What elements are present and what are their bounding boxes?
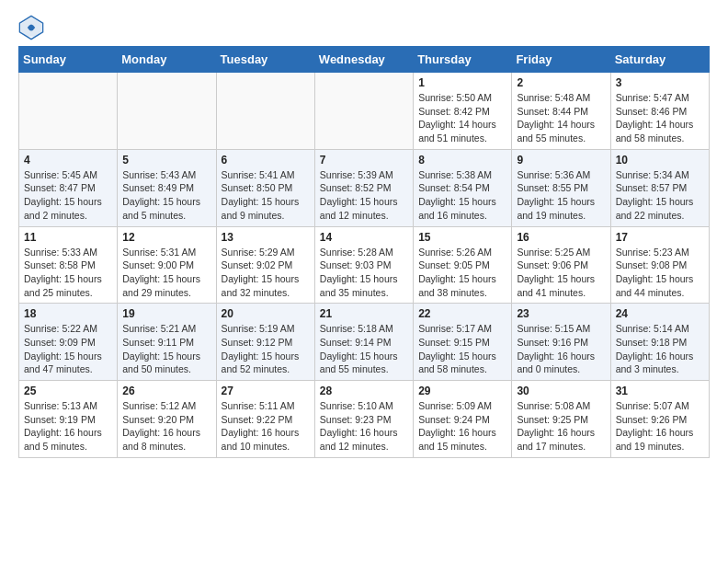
day-number: 18 [24,307,112,320]
calendar-cell [19,73,118,150]
logo [18,15,48,40]
calendar-cell: 29Sunrise: 5:09 AMSunset: 9:24 PMDayligh… [414,381,512,458]
day-info: Sunrise: 5:26 AMSunset: 9:05 PMDaylight:… [418,246,506,300]
day-number: 12 [122,231,210,244]
day-number: 28 [320,385,408,397]
day-number: 20 [222,307,310,320]
day-info: Sunrise: 5:33 AMSunset: 8:58 PMDaylight:… [24,246,112,300]
calendar-cell: 24Sunrise: 5:14 AMSunset: 9:18 PMDayligh… [610,304,709,381]
day-number: 29 [418,385,506,397]
day-info: Sunrise: 5:48 AMSunset: 8:44 PMDaylight:… [517,91,605,145]
calendar-cell: 8Sunrise: 5:38 AMSunset: 8:54 PMDaylight… [414,149,512,226]
day-number: 17 [616,231,704,244]
calendar-cell [216,73,314,150]
day-info: Sunrise: 5:17 AMSunset: 9:15 PMDaylight:… [418,322,506,376]
calendar-cell: 26Sunrise: 5:12 AMSunset: 9:20 PMDayligh… [118,381,216,458]
day-number: 10 [616,154,704,167]
day-info: Sunrise: 5:29 AMSunset: 9:02 PMDaylight:… [222,246,310,300]
calendar-cell: 15Sunrise: 5:26 AMSunset: 9:05 PMDayligh… [414,226,512,304]
calendar-week-row: 4Sunrise: 5:45 AMSunset: 8:47 PMDaylight… [19,149,710,226]
day-number: 15 [418,231,506,244]
day-number: 21 [320,307,408,320]
calendar-cell [314,73,413,150]
calendar-cell: 20Sunrise: 5:19 AMSunset: 9:12 PMDayligh… [216,304,314,381]
calendar-cell: 18Sunrise: 5:22 AMSunset: 9:09 PMDayligh… [19,304,118,381]
day-number: 25 [24,385,112,397]
calendar-cell [118,73,216,150]
calendar-cell: 23Sunrise: 5:15 AMSunset: 9:16 PMDayligh… [512,304,610,381]
day-info: Sunrise: 5:38 AMSunset: 8:54 PMDaylight:… [418,168,506,223]
day-number: 24 [616,307,704,320]
calendar-cell: 19Sunrise: 5:21 AMSunset: 9:11 PMDayligh… [118,304,216,381]
day-number: 4 [24,154,112,167]
day-number: 9 [517,154,605,167]
calendar-cell: 9Sunrise: 5:36 AMSunset: 8:55 PMDaylight… [512,149,610,226]
calendar-cell: 17Sunrise: 5:23 AMSunset: 9:08 PMDayligh… [610,226,709,304]
day-number: 1 [418,76,506,89]
day-info: Sunrise: 5:11 AMSunset: 9:22 PMDaylight:… [222,399,310,454]
day-info: Sunrise: 5:08 AMSunset: 9:25 PMDaylight:… [517,399,605,454]
day-number: 7 [320,154,408,167]
calendar-cell: 21Sunrise: 5:18 AMSunset: 9:14 PMDayligh… [314,304,413,381]
calendar-cell: 4Sunrise: 5:45 AMSunset: 8:47 PMDaylight… [19,149,118,226]
calendar-week-row: 11Sunrise: 5:33 AMSunset: 8:58 PMDayligh… [19,226,710,304]
day-number: 23 [517,307,605,320]
calendar-cell: 3Sunrise: 5:47 AMSunset: 8:46 PMDaylight… [610,73,709,150]
calendar-cell: 1Sunrise: 5:50 AMSunset: 8:42 PMDaylight… [414,73,512,150]
day-info: Sunrise: 5:21 AMSunset: 9:11 PMDaylight:… [122,322,210,376]
day-number: 19 [122,307,210,320]
day-number: 2 [517,76,605,89]
calendar-header-saturday: Saturday [610,47,709,73]
day-number: 22 [418,307,506,320]
day-info: Sunrise: 5:39 AMSunset: 8:52 PMDaylight:… [320,168,408,223]
calendar-header-tuesday: Tuesday [216,47,314,73]
day-info: Sunrise: 5:22 AMSunset: 9:09 PMDaylight:… [24,322,112,376]
calendar-cell: 30Sunrise: 5:08 AMSunset: 9:25 PMDayligh… [512,381,610,458]
day-info: Sunrise: 5:47 AMSunset: 8:46 PMDaylight:… [616,91,704,145]
day-info: Sunrise: 5:31 AMSunset: 9:00 PMDaylight:… [122,246,210,300]
calendar-cell: 31Sunrise: 5:07 AMSunset: 9:26 PMDayligh… [610,381,709,458]
header [18,15,710,40]
calendar-week-row: 18Sunrise: 5:22 AMSunset: 9:09 PMDayligh… [19,304,710,381]
calendar-week-row: 1Sunrise: 5:50 AMSunset: 8:42 PMDaylight… [19,73,710,150]
day-number: 30 [517,385,605,397]
day-info: Sunrise: 5:07 AMSunset: 9:26 PMDaylight:… [616,399,704,454]
calendar-cell: 27Sunrise: 5:11 AMSunset: 9:22 PMDayligh… [216,381,314,458]
day-number: 3 [616,76,704,89]
calendar-cell: 11Sunrise: 5:33 AMSunset: 8:58 PMDayligh… [19,226,118,304]
day-number: 31 [616,385,704,397]
day-info: Sunrise: 5:09 AMSunset: 9:24 PMDaylight:… [418,399,506,454]
calendar-header-thursday: Thursday [414,47,512,73]
day-info: Sunrise: 5:45 AMSunset: 8:47 PMDaylight:… [24,168,112,223]
day-number: 6 [222,154,310,167]
calendar-cell: 22Sunrise: 5:17 AMSunset: 9:15 PMDayligh… [414,304,512,381]
day-number: 13 [222,231,310,244]
calendar-cell: 2Sunrise: 5:48 AMSunset: 8:44 PMDaylight… [512,73,610,150]
day-info: Sunrise: 5:14 AMSunset: 9:18 PMDaylight:… [616,322,704,376]
calendar-header-sunday: Sunday [19,47,118,73]
day-info: Sunrise: 5:36 AMSunset: 8:55 PMDaylight:… [517,168,605,223]
calendar-cell: 28Sunrise: 5:10 AMSunset: 9:23 PMDayligh… [314,381,413,458]
day-info: Sunrise: 5:28 AMSunset: 9:03 PMDaylight:… [320,246,408,300]
calendar-header-row: SundayMondayTuesdayWednesdayThursdayFrid… [19,47,710,73]
calendar-header-monday: Monday [118,47,216,73]
day-info: Sunrise: 5:12 AMSunset: 9:20 PMDaylight:… [122,399,210,454]
day-number: 16 [517,231,605,244]
calendar-cell: 16Sunrise: 5:25 AMSunset: 9:06 PMDayligh… [512,226,610,304]
calendar-cell: 12Sunrise: 5:31 AMSunset: 9:00 PMDayligh… [118,226,216,304]
day-info: Sunrise: 5:43 AMSunset: 8:49 PMDaylight:… [122,168,210,223]
day-number: 5 [122,154,210,167]
day-info: Sunrise: 5:50 AMSunset: 8:42 PMDaylight:… [418,91,506,145]
day-info: Sunrise: 5:23 AMSunset: 9:08 PMDaylight:… [616,246,704,300]
day-number: 14 [320,231,408,244]
calendar-cell: 5Sunrise: 5:43 AMSunset: 8:49 PMDaylight… [118,149,216,226]
logo-icon [18,15,44,40]
calendar-cell: 10Sunrise: 5:34 AMSunset: 8:57 PMDayligh… [610,149,709,226]
calendar-cell: 25Sunrise: 5:13 AMSunset: 9:19 PMDayligh… [19,381,118,458]
day-info: Sunrise: 5:34 AMSunset: 8:57 PMDaylight:… [616,168,704,223]
day-info: Sunrise: 5:41 AMSunset: 8:50 PMDaylight:… [222,168,310,223]
day-number: 8 [418,154,506,167]
day-number: 11 [24,231,112,244]
calendar-cell: 7Sunrise: 5:39 AMSunset: 8:52 PMDaylight… [314,149,413,226]
calendar-table: SundayMondayTuesdayWednesdayThursdayFrid… [18,46,710,458]
